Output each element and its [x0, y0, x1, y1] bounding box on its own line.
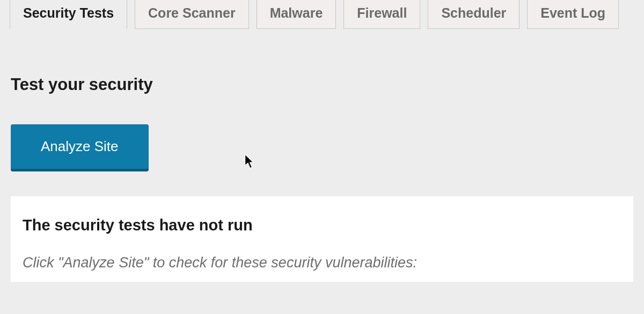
tab-malware[interactable]: Malware — [257, 0, 336, 29]
tab-scheduler[interactable]: Scheduler — [428, 0, 519, 29]
tab-firewall[interactable]: Firewall — [343, 0, 420, 29]
results-description: Click "Analyze Site" to check for these … — [23, 255, 621, 271]
analyze-site-button[interactable]: Analyze Site — [11, 124, 149, 171]
tab-event-log[interactable]: Event Log — [527, 0, 619, 29]
tab-bar: Security Tests Core Scanner Malware Fire… — [0, 0, 644, 29]
results-title: The security tests have not run — [23, 216, 621, 234]
page-heading: Test your security — [11, 75, 633, 94]
tab-core-scanner[interactable]: Core Scanner — [135, 0, 249, 29]
tab-security-tests[interactable]: Security Tests — [10, 0, 127, 29]
content-area: Test your security Analyze Site The secu… — [0, 29, 644, 282]
results-panel: The security tests have not run Click "A… — [11, 196, 633, 282]
